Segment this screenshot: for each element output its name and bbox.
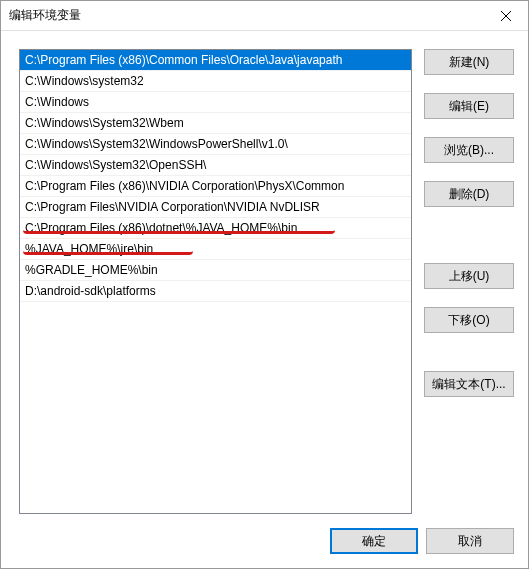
list-item[interactable]: C:\Windows\system32 xyxy=(20,71,411,92)
titlebar: 编辑环境变量 xyxy=(1,1,528,31)
path-listbox[interactable]: C:\Program Files (x86)\Common Files\Orac… xyxy=(19,49,412,514)
moveup-button[interactable]: 上移(U) xyxy=(424,263,514,289)
movedown-button[interactable]: 下移(O) xyxy=(424,307,514,333)
main-row: C:\Program Files (x86)\Common Files\Orac… xyxy=(19,49,514,514)
ok-button[interactable]: 确定 xyxy=(330,528,418,554)
list-item[interactable]: C:\Program Files (x86)\Common Files\Orac… xyxy=(20,50,411,71)
dialog-footer: 确定 取消 xyxy=(19,514,514,554)
list-item[interactable]: C:\Windows\System32\OpenSSH\ xyxy=(20,155,411,176)
close-icon xyxy=(501,11,511,21)
list-item[interactable]: %GRADLE_HOME%\bin xyxy=(20,260,411,281)
dialog-body: C:\Program Files (x86)\Common Files\Orac… xyxy=(1,31,528,568)
edittext-button[interactable]: 编辑文本(T)... xyxy=(424,371,514,397)
cancel-button[interactable]: 取消 xyxy=(426,528,514,554)
side-button-column: 新建(N) 编辑(E) 浏览(B)... 删除(D) 上移(U) 下移(O) 编… xyxy=(424,49,514,514)
list-item[interactable]: C:\Program Files (x86)\dotnet\%JAVA_HOME… xyxy=(20,218,411,239)
browse-button[interactable]: 浏览(B)... xyxy=(424,137,514,163)
list-item[interactable]: C:\Program Files (x86)\NVIDIA Corporatio… xyxy=(20,176,411,197)
delete-button[interactable]: 删除(D) xyxy=(424,181,514,207)
close-button[interactable] xyxy=(483,1,528,31)
list-item[interactable]: C:\Program Files\NVIDIA Corporation\NVID… xyxy=(20,197,411,218)
list-item[interactable]: C:\Windows\System32\Wbem xyxy=(20,113,411,134)
list-item[interactable]: C:\Windows xyxy=(20,92,411,113)
list-item[interactable]: %JAVA_HOME%\jre\bin xyxy=(20,239,411,260)
edit-button[interactable]: 编辑(E) xyxy=(424,93,514,119)
list-item[interactable]: C:\Windows\System32\WindowsPowerShell\v1… xyxy=(20,134,411,155)
edit-env-var-dialog: 编辑环境变量 C:\Program Files (x86)\Common Fil… xyxy=(0,0,529,569)
list-item[interactable]: D:\android-sdk\platforms xyxy=(20,281,411,302)
new-button[interactable]: 新建(N) xyxy=(424,49,514,75)
window-title: 编辑环境变量 xyxy=(9,7,81,24)
